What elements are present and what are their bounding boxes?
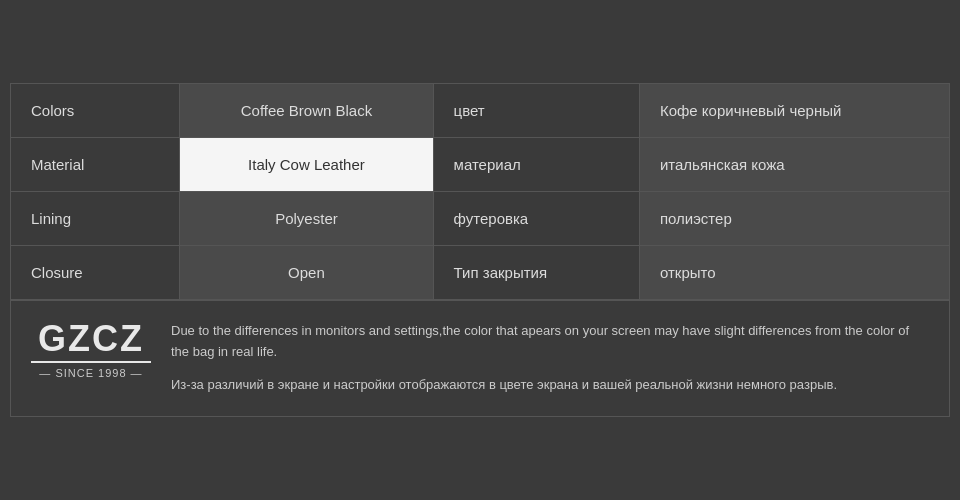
footer-text-ru: Из-за различий в экране и настройки отоб…	[171, 375, 929, 396]
brand-name: GZCZ	[38, 321, 144, 357]
brand-since: — SINCE 1998 —	[39, 367, 142, 379]
footer-text: Due to the differences in monitors and s…	[171, 321, 929, 395]
table-row: ColorsCoffee Brown BlackцветКофе коричне…	[11, 84, 949, 138]
row-label-en: Closure	[11, 246, 180, 300]
footer-section: GZCZ — SINCE 1998 — Due to the differenc…	[11, 300, 949, 415]
table-row: MaterialItaly Cow Leatherматериалитальян…	[11, 138, 949, 192]
row-value-ru: итальянская кожа	[639, 138, 949, 192]
row-label-en: Material	[11, 138, 180, 192]
row-value-ru: открыто	[639, 246, 949, 300]
row-label-ru: материал	[433, 138, 639, 192]
row-label-en: Lining	[11, 192, 180, 246]
row-value-en: Coffee Brown Black	[180, 84, 433, 138]
table-row: LiningPolyesterфутеровкаполиэстер	[11, 192, 949, 246]
row-label-en: Colors	[11, 84, 180, 138]
row-value-ru: полиэстер	[639, 192, 949, 246]
row-value-en: Open	[180, 246, 433, 300]
table-row: ClosureOpenТип закрытияоткрыто	[11, 246, 949, 300]
main-container: ColorsCoffee Brown BlackцветКофе коричне…	[10, 83, 950, 416]
row-value-en: Polyester	[180, 192, 433, 246]
row-value-ru: Кофе коричневый черный	[639, 84, 949, 138]
brand-line	[31, 361, 151, 363]
row-value-en: Italy Cow Leather	[180, 138, 433, 192]
row-label-ru: футеровка	[433, 192, 639, 246]
footer-text-en: Due to the differences in monitors and s…	[171, 321, 929, 363]
specs-table: ColorsCoffee Brown BlackцветКофе коричне…	[11, 84, 949, 300]
brand-logo: GZCZ — SINCE 1998 —	[31, 321, 151, 379]
row-label-ru: цвет	[433, 84, 639, 138]
row-label-ru: Тип закрытия	[433, 246, 639, 300]
